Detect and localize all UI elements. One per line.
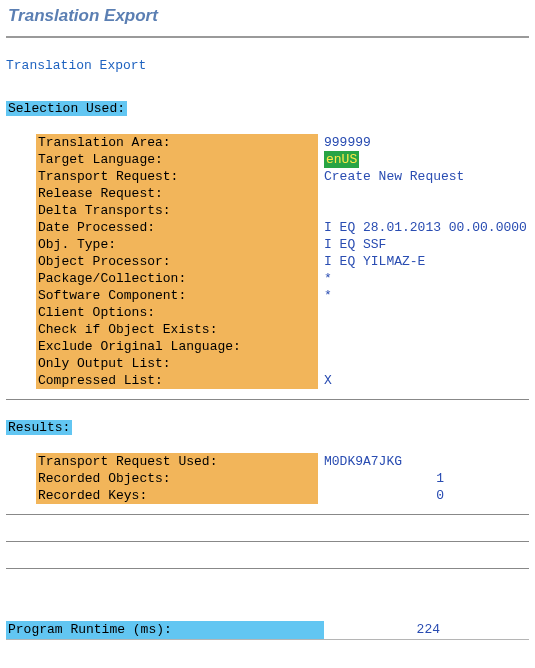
label-obj-type: Obj. Type: — [36, 236, 318, 253]
value-transport-request: Create New Request — [318, 168, 468, 185]
label-package-collection: Package/Collection: — [36, 270, 318, 287]
label-release-request: Release Request: — [36, 185, 318, 202]
divider — [6, 541, 529, 542]
value-delta-transports — [318, 202, 328, 219]
row-transport-request-used: Transport Request Used: M0DK9A7JKG — [0, 453, 535, 470]
row-software-component: Software Component: * — [0, 287, 535, 304]
value-transport-request-used: M0DK9A7JKG — [318, 453, 406, 470]
label-check-object-exists: Check if Object Exists: — [36, 321, 318, 338]
divider — [6, 639, 529, 640]
label-exclude-original-language: Exclude Original Language: — [36, 338, 318, 355]
value-date-processed: I EQ 28.01.2013 00.00.0000 — [318, 219, 531, 236]
row-package-collection: Package/Collection: * — [0, 270, 535, 287]
divider — [6, 514, 529, 515]
label-translation-area: Translation Area: — [36, 134, 318, 151]
section-heading-selection: Selection Used: — [6, 101, 127, 116]
row-release-request: Release Request: — [0, 185, 535, 202]
label-recorded-objects: Recorded Objects: — [36, 470, 318, 487]
label-transport-request: Transport Request: — [36, 168, 318, 185]
row-transport-request: Transport Request: Create New Request — [0, 168, 535, 185]
label-transport-request-used: Transport Request Used: — [36, 453, 318, 470]
row-recorded-objects: Recorded Objects: 1 — [0, 470, 535, 487]
label-program-runtime: Program Runtime (ms): — [6, 621, 324, 639]
value-client-options — [318, 304, 328, 321]
row-object-processor: Object Processor: I EQ YILMAZ-E — [0, 253, 535, 270]
row-only-output-list: Only Output List: — [0, 355, 535, 372]
label-compressed-list: Compressed List: — [36, 372, 318, 389]
label-recorded-keys: Recorded Keys: — [36, 487, 318, 504]
label-client-options: Client Options: — [36, 304, 318, 321]
label-date-processed: Date Processed: — [36, 219, 318, 236]
row-target-language: Target Language: enUS — [0, 151, 535, 168]
value-only-output-list — [318, 355, 328, 372]
label-software-component: Software Component: — [36, 287, 318, 304]
row-client-options: Client Options: — [0, 304, 535, 321]
page-title: Translation Export — [0, 0, 535, 36]
value-translation-area: 999999 — [318, 134, 375, 151]
row-recorded-keys: Recorded Keys: 0 — [0, 487, 535, 504]
sub-heading: Translation Export — [0, 38, 535, 73]
row-translation-area: Translation Area: 999999 — [0, 134, 535, 151]
value-program-runtime: 224 — [324, 621, 444, 639]
value-compressed-list: X — [318, 372, 336, 389]
value-object-processor: I EQ YILMAZ-E — [318, 253, 429, 270]
value-package-collection: * — [318, 270, 336, 287]
row-program-runtime: Program Runtime (ms): 224 — [6, 621, 535, 639]
divider — [6, 568, 529, 569]
row-obj-type: Obj. Type: I EQ SSF — [0, 236, 535, 253]
label-only-output-list: Only Output List: — [36, 355, 318, 372]
value-exclude-original-language — [318, 338, 328, 355]
label-delta-transports: Delta Transports: — [36, 202, 318, 219]
section-heading-results: Results: — [6, 420, 72, 435]
value-recorded-objects: 1 — [318, 470, 448, 487]
value-recorded-keys: 0 — [318, 487, 448, 504]
value-target-language: enUS — [324, 151, 359, 168]
value-release-request — [318, 185, 328, 202]
label-object-processor: Object Processor: — [36, 253, 318, 270]
value-obj-type: I EQ SSF — [318, 236, 390, 253]
row-exclude-original-language: Exclude Original Language: — [0, 338, 535, 355]
row-check-object-exists: Check if Object Exists: — [0, 321, 535, 338]
value-software-component: * — [318, 287, 336, 304]
divider — [6, 399, 529, 400]
row-delta-transports: Delta Transports: — [0, 202, 535, 219]
row-compressed-list: Compressed List: X — [0, 372, 535, 389]
row-date-processed: Date Processed: I EQ 28.01.2013 00.00.00… — [0, 219, 535, 236]
value-check-object-exists — [318, 321, 328, 338]
label-target-language: Target Language: — [36, 151, 318, 168]
